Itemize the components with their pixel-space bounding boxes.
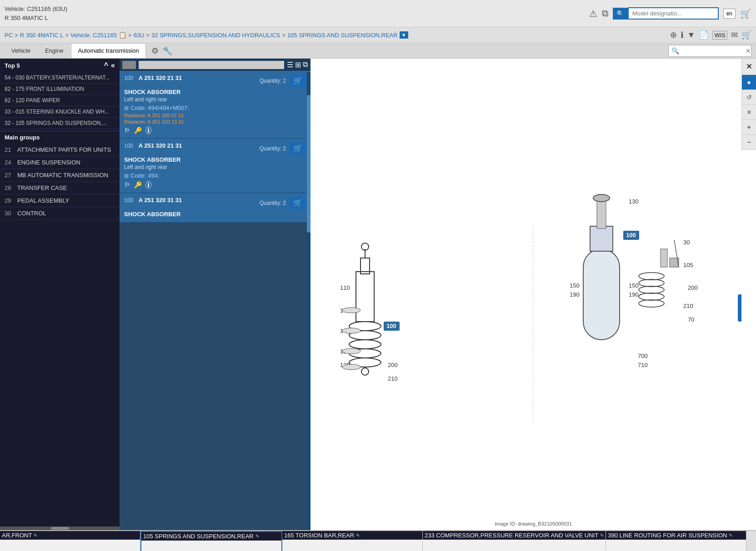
wis-tool-icon[interactable]: WIS [712, 31, 727, 40]
info-tool-icon[interactable]: ℹ [681, 30, 684, 40]
thumb-edit-0[interactable]: ✎ [34, 533, 37, 538]
thumb-img-0 [0, 540, 140, 551]
group-21[interactable]: 21ATTACHMENT PARTS FOR UNITS [0, 144, 120, 156]
part-info-icon-1[interactable]: ℹ [145, 126, 151, 134]
top5-item-3[interactable]: 82 - 120 PANE WIPER [0, 95, 120, 106]
svg-point-20 [342, 328, 360, 333]
breadcrumb-dropdown-btn[interactable]: ▼ [400, 31, 408, 39]
group-28[interactable]: 28TRANSFER CASE [0, 182, 120, 194]
slider-area[interactable] [122, 61, 136, 69]
group-27[interactable]: 27MB AUTOMATIC TRANSMISSION [0, 169, 120, 182]
thumb-edit-2[interactable]: ✎ [356, 533, 360, 538]
part-code-2: ⊞ Code: 494; [124, 172, 306, 179]
crosshair-tool-btn[interactable]: ✕ [742, 105, 756, 120]
thumb-edit-1[interactable]: ✎ [255, 534, 259, 539]
thumbnail-0[interactable]: AR,FRONT ✎ [0, 531, 140, 551]
close-diagram-btn[interactable]: ✕ [742, 59, 756, 75]
breadcrumb-r350[interactable]: R 350 4MATIC L [20, 32, 64, 39]
thumb-label-4: 390 LINE ROUTING FOR AIR SUSPENSION ✎ [606, 531, 746, 540]
breadcrumb-vehicle[interactable]: Vehicle: C251165 [70, 32, 117, 39]
parts-scroll-thumb [307, 95, 310, 232]
sidebar-scrollbar[interactable] [51, 527, 69, 530]
thumbnail-2[interactable]: 165 TORSION BAR,REAR ✎ [282, 531, 423, 551]
thumb-edit-3[interactable]: ✎ [600, 533, 604, 538]
part-qty-2: Quantity: 2 [260, 145, 286, 152]
zoom-in-btn[interactable]: + [742, 120, 756, 135]
sidebar-top5-header: Top 5 ^ « [0, 59, 120, 72]
cart-btn-2[interactable]: 🛒 [290, 142, 306, 154]
filter-tool-icon[interactable]: ▼ [687, 30, 696, 40]
svg-text:100: 100 [626, 232, 636, 238]
alert-icon[interactable]: ⚠ [589, 8, 597, 19]
tab-icons: ⚙ 🔧 [151, 46, 172, 56]
vehicle-line1: Vehicle: C251165 (63U) [5, 5, 67, 14]
header-search-button[interactable]: 🔍 [613, 8, 628, 20]
double-collapse-icon[interactable]: « [111, 61, 115, 69]
svg-text:110: 110 [340, 284, 350, 291]
thumbnail-4[interactable]: 390 LINE ROUTING FOR AIR SUSPENSION ✎ [606, 531, 746, 551]
thumb-img-3 [423, 540, 606, 551]
split-view-icon[interactable]: ⧉ [303, 60, 308, 69]
header-cart-icon[interactable]: 🛒 [740, 8, 751, 19]
part-flag-icon-2[interactable]: 🏳 [124, 181, 130, 189]
svg-rect-24 [590, 226, 613, 251]
wrench-icon[interactable]: 🔧 [162, 46, 172, 56]
svg-text:210: 210 [388, 375, 398, 382]
part-key-icon-2[interactable]: 🔑 [134, 181, 142, 189]
svg-point-30 [639, 279, 664, 287]
thumb-edit-4[interactable]: ✎ [729, 533, 732, 538]
top5-item-4[interactable]: 33 - 015 STEERING KNUCKLE AND WH... [0, 106, 120, 118]
group-30[interactable]: 30CONTROL [0, 207, 120, 220]
top5-item-5[interactable]: 32 - 105 SPRINGS AND SUSPENSION,... [0, 118, 120, 129]
tab-search-clear-btn[interactable]: ✕ [746, 47, 751, 55]
vehicle-copy-icon[interactable]: 📋 [119, 31, 126, 39]
header-search-input[interactable] [628, 7, 719, 20]
circle-tool-btn[interactable]: ● [742, 75, 756, 90]
doc-tool-icon[interactable]: 📄 [699, 30, 709, 40]
svg-point-22 [342, 364, 360, 370]
thumbnails-bar: AR,FRONT ✎ 105 SPRINGS AND SUSPENSION,RE… [0, 530, 756, 551]
svg-point-31 [639, 273, 664, 280]
breadcrumb-63u[interactable]: 63U [134, 32, 145, 39]
part-header-2: 100 A 251 320 21 31 Quantity: 2 🛒 [124, 142, 306, 154]
thumb-label-3: 233 COMPRESSOR,PRESSURE RESERVOIR AND VA… [423, 531, 606, 540]
settings-icon[interactable]: ⚙ [151, 46, 159, 56]
breadcrumb-cart-icon[interactable]: 🛒 [741, 30, 751, 40]
tab-automatic-transmission[interactable]: Automatic transmission [71, 43, 145, 58]
tab-engine[interactable]: Engine [38, 43, 70, 58]
parts-scrollbar[interactable] [307, 72, 310, 530]
history-tool-btn[interactable]: ↺ [742, 90, 756, 105]
list-view-icon[interactable]: ☰ [287, 60, 293, 69]
group-29[interactable]: 29PEDAL ASSEMBLY [0, 194, 120, 207]
part-key-icon-1[interactable]: 🔑 [134, 127, 142, 134]
grid-view-icon[interactable]: ⊞ [295, 60, 301, 69]
copy-icon[interactable]: ⧉ [602, 8, 608, 19]
tab-search-input[interactable] [682, 46, 746, 56]
zoom-out-btn[interactable]: − [742, 135, 756, 150]
center-panel: ☰ ⊞ ⧉ 100 A 251 320 21 31 Quantity: 2 🛒 [120, 59, 310, 530]
top5-item-2[interactable]: 82 - 175 FRONT ILLUMINATION [0, 84, 120, 95]
mail-tool-icon[interactable]: ✉ [731, 30, 738, 40]
lang-badge[interactable]: en [723, 9, 736, 19]
zoom-tool-icon[interactable]: ⊕ [670, 30, 677, 40]
thumbnail-1[interactable]: 105 SPRINGS AND SUSPENSION,REAR ✎ 100 [140, 531, 282, 551]
collapse-icon[interactable]: ^ [104, 61, 108, 69]
tab-vehicle[interactable]: Vehicle [5, 43, 37, 58]
thumb-label-0: AR,FRONT ✎ [0, 531, 140, 540]
group-24[interactable]: 24ENGINE SUSPENSION [0, 156, 120, 169]
thumbnail-3[interactable]: 233 COMPRESSOR,PRESSURE RESERVOIR AND VA… [423, 531, 606, 551]
breadcrumb-32springs[interactable]: 32 SPRINGS,SUSPENSION AND HYDRAULICS [151, 32, 280, 39]
top5-item-1[interactable]: 54 - 030 BATTERY,STARTER/ALTERNAT... [0, 72, 120, 84]
vehicle-line2: R 350 4MATIC L [5, 14, 67, 23]
breadcrumb-pc[interactable]: PC [5, 32, 13, 39]
svg-text:190: 190 [629, 291, 639, 298]
part-flag-icon-1[interactable]: 🏳 [124, 127, 130, 134]
part-info-icon-2[interactable]: ℹ [145, 181, 151, 189]
breadcrumb-105springs[interactable]: 105 SPRINGS AND SUSPENSION,REAR [287, 32, 398, 39]
cart-btn-1[interactable]: 🛒 [290, 74, 306, 87]
top5-label: Top 5 [5, 62, 20, 69]
thumb-img-2 [282, 540, 422, 551]
cart-btn-3[interactable]: 🛒 [290, 197, 306, 209]
part-desc-1: Left and right rear [124, 96, 306, 103]
top5-actions: ^ « [104, 61, 115, 69]
